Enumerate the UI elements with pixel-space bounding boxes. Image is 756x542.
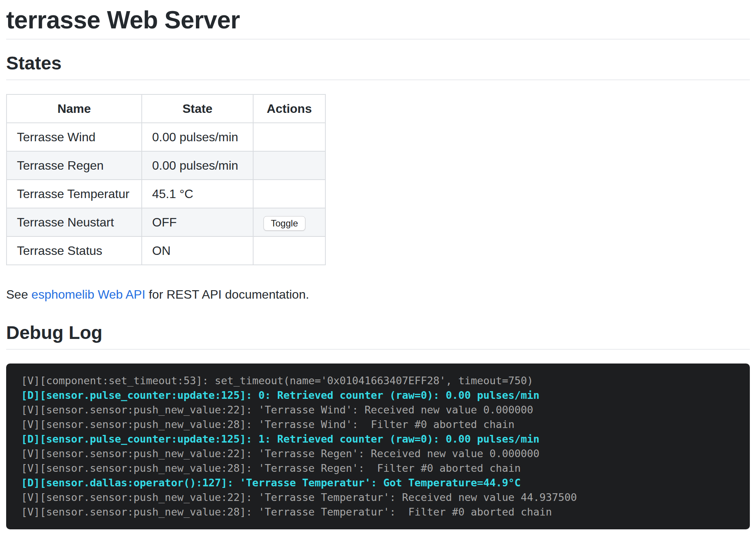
actions-cell [253, 180, 325, 208]
log-line: [D][sensor.pulse_counter:update:125]: 0:… [21, 389, 539, 401]
col-header-name: Name [7, 94, 142, 123]
states-table-body: Terrasse Wind 0.00 pulses/min Terrasse R… [7, 123, 325, 265]
esphomelib-webserver-page: terrasse Web Server States Name State Ac… [0, 0, 756, 542]
table-row-terrasse-wind: Terrasse Wind 0.00 pulses/min [7, 123, 325, 151]
name-cell: Terrasse Temperatur [7, 180, 142, 208]
api-note-suffix: for REST API documentation. [145, 288, 309, 301]
table-row-terrasse-neustart: Terrasse Neustart OFF Toggle [7, 208, 325, 236]
actions-cell [253, 151, 325, 180]
state-cell: OFF [142, 208, 253, 236]
name-cell: Terrasse Status [7, 236, 142, 265]
state-cell: ON [142, 236, 253, 265]
actions-cell [253, 236, 325, 265]
log-line: [V][sensor.sensor:push_new_value:22]: 'T… [21, 491, 577, 503]
esphomelib-web-api-link[interactable]: esphomelib Web API [32, 288, 145, 301]
state-cell: 45.1 °C [142, 180, 253, 208]
name-cell: Terrasse Neustart [7, 208, 142, 236]
state-cell: 0.00 pulses/min [142, 151, 253, 180]
state-cell: 0.00 pulses/min [142, 123, 253, 151]
name-cell: Terrasse Wind [7, 123, 142, 151]
page-title: terrasse Web Server [6, 5, 750, 40]
api-note: See esphomelib Web API for REST API docu… [6, 285, 750, 304]
table-row-terrasse-status: Terrasse Status ON [7, 236, 325, 265]
header-row: Name State Actions [7, 94, 325, 123]
states-table: Name State Actions Terrasse Wind 0.00 pu… [6, 94, 326, 265]
col-header-state: State [142, 94, 253, 123]
log-line: [V][sensor.sensor:push_new_value:22]: 'T… [21, 404, 533, 416]
col-header-actions: Actions [253, 94, 325, 123]
log-line: [V][sensor.sensor:push_new_value:28]: 'T… [21, 506, 552, 518]
states-heading: States [6, 52, 750, 80]
toggle-button[interactable]: Toggle [264, 216, 305, 231]
table-row-terrasse-regen: Terrasse Regen 0.00 pulses/min [7, 151, 325, 180]
debug-log-heading: Debug Log [6, 321, 750, 350]
log-line: [D][sensor.pulse_counter:update:125]: 1:… [21, 433, 539, 445]
log-line: [V][component:set_timeout:53]: set_timeo… [21, 375, 533, 387]
log-line: [D][sensor.dallas:operator():127]: 'Terr… [21, 477, 521, 489]
actions-cell [253, 123, 325, 151]
actions-cell: Toggle [253, 208, 325, 236]
debug-log-output: [V][component:set_timeout:53]: set_timeo… [6, 364, 750, 529]
table-row-terrasse-temperatur: Terrasse Temperatur 45.1 °C [7, 180, 325, 208]
api-note-prefix: See [6, 288, 32, 301]
states-table-head: Name State Actions [7, 94, 325, 123]
name-cell: Terrasse Regen [7, 151, 142, 180]
log-line: [V][sensor.sensor:push_new_value:22]: 'T… [21, 448, 539, 459]
log-line: [V][sensor.sensor:push_new_value:28]: 'T… [21, 462, 521, 474]
log-line: [V][sensor.sensor:push_new_value:28]: 'T… [21, 418, 514, 430]
